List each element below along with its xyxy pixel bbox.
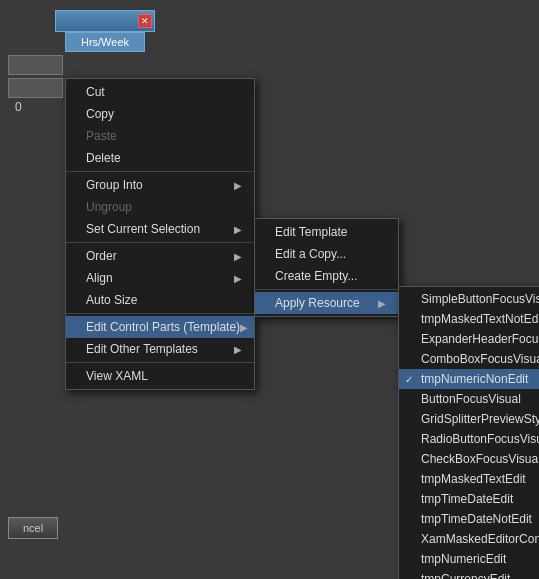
submenu-arrow-apply-resource: ▶ <box>378 298 386 309</box>
menu-item-align[interactable]: Align ▶ <box>66 267 254 289</box>
menu-item-edit-template[interactable]: Edit Template <box>255 221 398 243</box>
submenu-arrow-set-current: ▶ <box>234 224 242 235</box>
separator-3 <box>66 313 254 314</box>
menu-item-copy[interactable]: Copy <box>66 103 254 125</box>
resource-button-focus-visual[interactable]: ButtonFocusVisual <box>399 389 539 409</box>
submenu-arrow-edit-control-parts: ▶ <box>240 322 248 333</box>
input-field-2[interactable] <box>8 78 63 98</box>
separator-1 <box>66 171 254 172</box>
context-menu-l1: Cut Copy Paste Delete Group Into ▶ Ungro… <box>65 78 255 390</box>
menu-item-paste: Paste <box>66 125 254 147</box>
hrs-week-label: Hrs/Week <box>65 32 145 52</box>
context-menu-l2: Edit Template Edit a Copy... Create Empt… <box>254 218 399 317</box>
number-display: 0 <box>15 100 22 114</box>
menu-item-apply-resource[interactable]: Apply Resource ▶ <box>255 292 398 314</box>
resource-tmp-time-date-not-edit[interactable]: tmpTimeDateNotEdit <box>399 509 539 529</box>
cancel-button[interactable]: ncel <box>8 517 58 539</box>
menu-item-cut[interactable]: Cut <box>66 81 254 103</box>
checkmark-icon: ✓ <box>405 374 413 385</box>
submenu-arrow-order: ▶ <box>234 251 242 262</box>
menu-item-order[interactable]: Order ▶ <box>66 245 254 267</box>
menu-item-edit-other-templates[interactable]: Edit Other Templates ▶ <box>66 338 254 360</box>
resource-radio-button-focus-visual[interactable]: RadioButtonFocusVisual <box>399 429 539 449</box>
resource-combo-box-focus-visual[interactable]: ComboBoxFocusVisual <box>399 349 539 369</box>
resource-simple-button-focus-visual[interactable]: SimpleButtonFocusVisual <box>399 289 539 309</box>
menu-item-ungroup: Ungroup <box>66 196 254 218</box>
menu-item-auto-size[interactable]: Auto Size <box>66 289 254 311</box>
menu-item-view-xaml[interactable]: View XAML <box>66 365 254 387</box>
l2-separator <box>255 289 398 290</box>
resource-check-box-focus-visual[interactable]: CheckBoxFocusVisual <box>399 449 539 469</box>
resource-tmp-masked-text-edit[interactable]: tmpMaskedTextEdit <box>399 469 539 489</box>
input-field-1[interactable] <box>8 55 63 75</box>
resource-tmp-masked-text-not-edit[interactable]: tmpMaskedTextNotEdit <box>399 309 539 329</box>
submenu-arrow-align: ▶ <box>234 273 242 284</box>
menu-item-delete[interactable]: Delete <box>66 147 254 169</box>
top-window: ✕ <box>55 10 155 32</box>
submenu-arrow-group-into: ▶ <box>234 180 242 191</box>
window-close-button[interactable]: ✕ <box>138 14 152 28</box>
resource-tmp-currency-edit[interactable]: tmpCurrencyEdit <box>399 569 539 579</box>
resource-xam-masked-editor[interactable]: XamMaskedEditorControlActive01 <box>399 529 539 549</box>
separator-2 <box>66 242 254 243</box>
menu-item-create-empty[interactable]: Create Empty... <box>255 265 398 287</box>
resource-tmp-numeric-non-edit[interactable]: ✓ tmpNumericNonEdit <box>399 369 539 389</box>
resource-grid-splitter-preview-style[interactable]: GridSplitterPreviewStyle <box>399 409 539 429</box>
menu-item-edit-control-parts[interactable]: Edit Control Parts (Template) ▶ <box>66 316 254 338</box>
menu-item-edit-a-copy[interactable]: Edit a Copy... <box>255 243 398 265</box>
submenu-arrow-edit-other-templates: ▶ <box>234 344 242 355</box>
menu-item-group-into[interactable]: Group Into ▶ <box>66 174 254 196</box>
context-menu-l3: SimpleButtonFocusVisual tmpMaskedTextNot… <box>398 286 539 579</box>
separator-4 <box>66 362 254 363</box>
menu-item-set-current-selection[interactable]: Set Current Selection ▶ <box>66 218 254 240</box>
resource-expander-header-focus-visual[interactable]: ExpanderHeaderFocusVisual <box>399 329 539 349</box>
resource-tmp-time-date-edit[interactable]: tmpTimeDateEdit <box>399 489 539 509</box>
resource-tmp-numeric-edit[interactable]: tmpNumericEdit <box>399 549 539 569</box>
